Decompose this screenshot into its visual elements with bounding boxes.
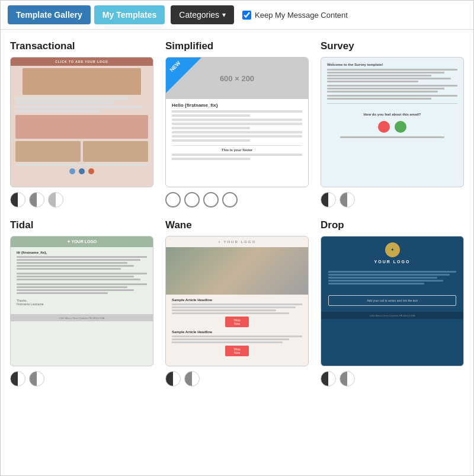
card-title-survey: Survey [321, 40, 464, 52]
preview-transactional[interactable]: CLICK TO ADD YOUR LOGO [10, 57, 153, 187]
survey-inner: Welcome to the Survey template! How do y… [321, 57, 463, 143]
swatches-drop [321, 371, 464, 386]
btn-categories[interactable]: Categories [171, 5, 234, 24]
swatches-tidal [10, 371, 153, 386]
swatch[interactable] [48, 192, 63, 207]
card-title-drop: Drop [321, 219, 464, 231]
keep-content-label[interactable]: Keep My Message Content [242, 11, 348, 20]
rating-btn-positive[interactable] [395, 121, 406, 133]
card-title-tidal: Tidal [10, 219, 153, 231]
swatch[interactable] [222, 192, 238, 207]
tab-gallery[interactable]: Template Gallery [8, 5, 91, 24]
swatch[interactable] [184, 192, 200, 207]
preview-simplified[interactable]: NEW 600 × 200 Hello {firstname_fix} This… [165, 57, 309, 187]
card-title-wane: Wane [165, 219, 309, 231]
swatch[interactable] [29, 192, 44, 207]
swatch[interactable] [29, 371, 44, 386]
swatches-simplified [165, 192, 309, 207]
drop-footer: 1144 Manor Drive Charlotte PA 18914 USA [321, 312, 463, 319]
card-title-transactional: Transactional [10, 40, 153, 52]
drop-logo-circle: ✦ [385, 242, 400, 257]
card-survey: Survey Welcome to the Survey template! H… [321, 40, 464, 207]
swatch[interactable] [321, 192, 336, 207]
tab-my-templates[interactable]: My Templates [94, 5, 165, 24]
header: Template Gallery My Templates Categories… [1, 1, 473, 30]
wane-inner: Sample Article Headline Shop Now Sample … [166, 295, 308, 362]
swatch[interactable] [203, 192, 219, 207]
swatches-survey [321, 192, 464, 207]
tidal-footer: 1144 Manor Drive Charlotte PA 18914 USA [11, 314, 153, 321]
drop-inner [321, 271, 463, 290]
wane-btn-2[interactable]: Shop Now [225, 346, 249, 356]
keep-content-checkbox[interactable] [242, 11, 251, 20]
swatch[interactable] [340, 371, 355, 386]
swatch[interactable] [340, 192, 355, 207]
preview-tidal[interactable]: ✦ YOUR LOGO Hi {firstname_fix}, Thanks, [10, 236, 153, 366]
card-wane: Wane ✦ YOUR LOGO Sample Article Headline… [165, 219, 309, 386]
swatch[interactable] [184, 371, 200, 386]
card-drop: Drop ✦ YOUR LOGO Add your call to action… [321, 219, 464, 386]
rating-btn-negative[interactable] [378, 121, 390, 133]
new-badge [166, 57, 201, 93]
preview-drop[interactable]: ✦ YOUR LOGO Add your call to action and … [321, 236, 464, 366]
swatch[interactable] [165, 192, 181, 207]
drop-logo: ✦ YOUR LOGO [321, 237, 463, 270]
wane-hero [166, 247, 308, 295]
swatch[interactable] [10, 371, 25, 386]
swatches-wane [165, 371, 309, 386]
card-title-simplified: Simplified [165, 40, 309, 52]
tidal-inner: Hi {firstname_fix}, Thanks, Firstname La… [11, 247, 153, 309]
drop-cta-btn[interactable]: Add your call to action and link the tex… [328, 295, 456, 306]
keep-content-text: Keep My Message Content [255, 11, 348, 20]
tidal-header: ✦ YOUR LOGO [11, 237, 153, 247]
preview-survey[interactable]: Welcome to the Survey template! How do y… [321, 57, 464, 187]
swatch[interactable] [165, 371, 181, 386]
card-simplified: Simplified NEW 600 × 200 Hello {firstnam… [165, 40, 309, 207]
swatch[interactable] [321, 371, 336, 386]
card-transactional: Transactional CLICK TO ADD YOUR LOGO [10, 40, 153, 207]
template-grid: Transactional CLICK TO ADD YOUR LOGO [1, 30, 473, 397]
wane-btn[interactable]: Shop Now [225, 317, 249, 327]
wane-logo: ✦ YOUR LOGO [166, 237, 308, 247]
preview-wane[interactable]: ✦ YOUR LOGO Sample Article Headline Shop… [165, 236, 309, 366]
swatch[interactable] [10, 192, 25, 207]
swatches-transactional [10, 192, 153, 207]
card-tidal: Tidal ✦ YOUR LOGO Hi {firstname_fix}, [10, 219, 153, 386]
simplified-text-lines: Hello {firstname_fix} This is your foote… [166, 99, 308, 165]
